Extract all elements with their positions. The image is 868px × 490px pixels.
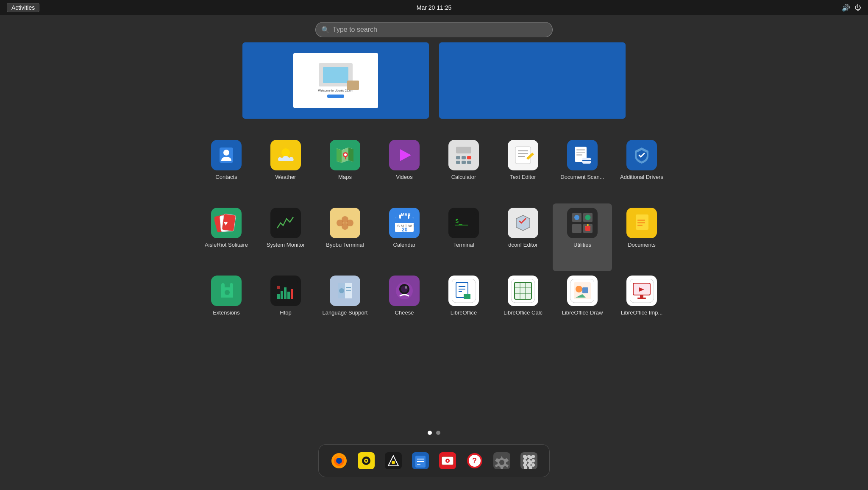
search-icon: 🔍 [321,26,330,34]
app-icon-langsupport [330,276,360,306]
app-icon-texteditor [508,140,538,170]
app-item-documents[interactable]: Documents [612,203,671,271]
app-item-langsupport[interactable]: Language Support [315,271,375,339]
svg-rect-48 [399,214,401,219]
dock-icon-help[interactable]: ? [463,449,487,473]
app-item-weather[interactable]: Weather [256,136,315,203]
app-item-videos[interactable]: Videos [375,136,434,203]
app-grid: ContactsWeatherMapsVideosCalculatorText … [197,136,671,339]
app-item-sysmonitor[interactable]: System Monitor [256,203,315,271]
app-item-maps[interactable]: Maps [315,136,375,203]
svg-point-142 [531,455,535,458]
svg-rect-18 [467,161,471,164]
app-label-videos: Videos [396,174,413,181]
search-input[interactable] [315,22,553,37]
app-item-solitaire[interactable]: ♥AisleRiot Solitaire [197,203,256,271]
app-icon-contacts [211,140,242,170]
dock-icon-firefox[interactable] [327,449,351,473]
thumb-screen [323,67,348,83]
app-icon-extensions [211,276,242,306]
svg-rect-20 [515,147,531,164]
app-label-byobu: Byobu Terminal [326,242,364,249]
app-item-htop[interactable]: Htop [256,271,315,339]
app-item-addldrivers[interactable]: Additional Drivers [612,136,671,203]
volume-icon[interactable]: 🔊 [842,4,850,12]
app-item-docscanner[interactable]: Document Scan... [553,136,612,203]
svg-rect-75 [287,292,290,299]
app-label-solitaire: AisleRiot Solitaire [205,242,248,249]
app-item-extensions[interactable]: Extensions [197,271,256,339]
app-label-htop: Htop [280,309,291,317]
page-dot-1[interactable] [428,431,432,435]
search-container: 🔍 [315,22,553,37]
page-dot-2[interactable] [436,431,440,435]
svg-text:♥: ♥ [224,220,228,227]
clock: Mar 20 11:25 [417,4,452,11]
app-item-localc[interactable]: LibreOffice Calc [493,271,553,339]
window-thumb-1[interactable]: Welcome to Ubuntu 22.04! [242,42,429,119]
svg-point-148 [531,463,535,467]
app-label-maps: Maps [338,174,352,181]
app-label-weather: Weather [275,174,296,181]
svg-rect-17 [462,161,466,164]
svg-rect-16 [456,161,460,164]
app-icon-addldrivers [626,140,657,170]
app-item-cheese[interactable]: Cheese [375,271,434,339]
power-icon[interactable]: ⏻ [854,4,861,11]
svg-rect-12 [456,147,471,153]
app-item-contacts[interactable]: Contacts [197,136,256,203]
svg-rect-59 [572,224,581,233]
app-item-libreoffice[interactable]: LibreOffice [434,271,493,339]
app-label-docscanner: Document Scan... [560,174,604,181]
app-icon-cheese [389,276,420,306]
app-label-calculator: Calculator [451,174,476,181]
app-item-lodraw[interactable]: LibreOffice Draw [553,271,612,339]
window-thumb-2[interactable] [439,42,626,119]
thumb-button [327,95,344,98]
svg-point-140 [523,455,526,458]
svg-point-100 [576,286,582,292]
svg-rect-27 [576,149,585,150]
svg-point-141 [527,455,531,458]
dock-icon-notes[interactable] [409,449,432,473]
svg-point-109 [336,458,342,464]
activities-button[interactable]: Activities [7,3,39,12]
app-item-calendar[interactable]: MARS M T W T F S20Calendar [375,203,434,271]
app-icon-sysmonitor [270,208,301,238]
app-item-dconf[interactable]: dconf Editor [493,203,553,271]
app-label-loimpress: LibreOffice Imp... [621,309,663,317]
app-item-terminal[interactable]: $_Terminal [434,203,493,271]
app-item-texteditor[interactable]: Text Editor [493,136,553,203]
svg-point-42 [342,223,348,230]
app-item-loimpress[interactable]: LibreOffice Imp... [612,271,671,339]
dock-icon-inkscape[interactable] [381,449,405,473]
app-icon-calculator [448,140,479,170]
svg-point-143 [523,459,526,462]
app-icon-videos [389,140,420,170]
svg-point-147 [527,463,531,467]
dock-icon-rhythmbox[interactable] [354,449,378,473]
app-label-utilities: Utilities [573,242,591,249]
svg-point-113 [365,460,367,462]
thumb-box [347,81,359,90]
app-label-texteditor: Text Editor [510,174,536,181]
dock-icon-screenshot[interactable] [436,449,459,473]
app-item-calculator[interactable]: Calculator [434,136,493,203]
app-label-cheese: Cheese [395,309,414,317]
dock-icon-settings[interactable] [490,449,514,473]
app-label-libreoffice: LibreOffice [451,309,477,317]
svg-rect-14 [462,156,466,159]
svg-point-70 [225,290,230,295]
svg-rect-49 [408,214,409,219]
windows-area: Welcome to Ubuntu 22.04! [242,42,626,119]
svg-rect-37 [274,211,298,235]
dock-icon-appgrid[interactable] [517,449,541,473]
svg-rect-68 [637,225,643,226]
svg-point-62 [585,215,590,220]
svg-text:?: ? [472,457,477,465]
app-item-utilities[interactable]: Utilities [553,203,612,271]
svg-point-115 [392,461,395,464]
svg-text:MAR: MAR [401,212,411,217]
app-item-byobu[interactable]: Byobu Terminal [315,203,375,271]
svg-rect-72 [277,294,280,299]
